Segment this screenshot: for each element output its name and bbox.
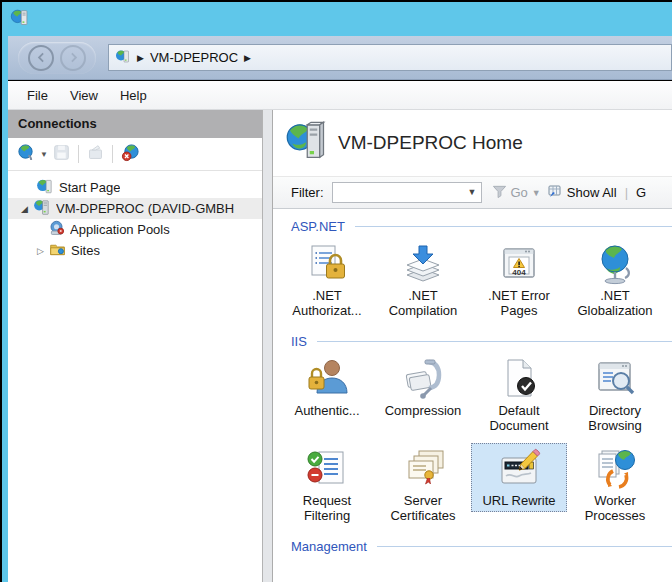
worker-processes-icon — [591, 446, 639, 492]
feature-authentication[interactable]: Authentic... — [279, 353, 375, 443]
filter-toolbar: Filter: ▼ Go ▼ Show All | — [273, 176, 672, 209]
connections-toolbar: ▼ — [8, 138, 262, 171]
workspace: Connections ▼ — [8, 110, 672, 582]
feature-label: Authentic... — [294, 403, 359, 418]
breadcrumb-root[interactable]: VM-DPEPROC — [150, 50, 238, 65]
filter-input[interactable]: ▼ — [332, 182, 482, 203]
feature-server-certificates[interactable]: Server Certificates — [375, 443, 471, 533]
feature-label: .NET Globalization — [568, 288, 662, 318]
feature-net-globalization[interactable]: .NET Globalization — [567, 238, 663, 328]
feature-worker-processes[interactable]: Worker Processes — [567, 443, 663, 533]
forward-button[interactable] — [60, 45, 86, 71]
feature-compression[interactable]: Compression — [375, 353, 471, 443]
tree-item-label[interactable]: Application Pools — [70, 222, 170, 237]
filter-funnel-icon[interactable] — [492, 184, 507, 202]
group-name: Management — [291, 539, 367, 554]
feature-label: Default Document — [472, 403, 566, 433]
feature-label: Compression — [385, 403, 462, 418]
net-compilation-icon — [399, 241, 447, 287]
error-code-badge: 404 — [495, 268, 543, 277]
menu-bar: File View Help — [8, 81, 672, 110]
tree-item-label[interactable]: Start Page — [59, 180, 120, 195]
net-authorization-icon — [303, 241, 351, 287]
connections-panel: Connections ▼ — [8, 110, 263, 582]
breadcrumb-arrow-icon: ▶ — [137, 53, 144, 63]
compression-icon — [399, 356, 447, 402]
home-panel: VM-DPEPROC Home Filter: ▼ Go ▼ — [272, 110, 672, 582]
sites-folder-icon — [49, 241, 66, 261]
disconnect-icon[interactable] — [121, 143, 140, 166]
group-by-label-partial: G — [636, 185, 646, 200]
group-rule — [377, 546, 672, 547]
tree-item-label[interactable]: Sites — [71, 243, 100, 258]
authentication-icon — [303, 356, 351, 402]
feature-url-rewrite[interactable]: URL Rewrite — [471, 443, 567, 533]
tree-item-application-pools[interactable]: Application Pools — [8, 219, 262, 240]
home-header: VM-DPEPROC Home — [273, 110, 672, 176]
feature-net-authorization[interactable]: .NET Authorizat... — [279, 238, 375, 328]
toolbar-separator: | — [625, 185, 628, 200]
iis-manager-icon — [10, 7, 30, 31]
feature-label: .NET Authorizat... — [280, 288, 374, 318]
feature-label: .NET Error Pages — [472, 288, 566, 318]
iis-manager-window: ▶ VM-DPEPROC ▶ File View Help Connection… — [0, 0, 672, 582]
collapsed-arrow-icon[interactable]: ▷ — [32, 246, 49, 256]
menu-help[interactable]: Help — [109, 84, 158, 107]
feature-directory-browsing[interactable]: Directory Browsing — [567, 353, 663, 443]
save-connections-icon[interactable] — [53, 144, 70, 165]
go-caret-icon[interactable]: ▼ — [532, 188, 541, 198]
toolbar-separator — [112, 145, 113, 163]
net-error-pages-icon: 404 — [495, 241, 543, 287]
menu-file[interactable]: File — [16, 84, 59, 107]
tree-item-sites[interactable]: ▷ Sites — [8, 240, 262, 261]
server-icon — [33, 198, 51, 219]
aspnet-tiles: .NET Authorizat... .NET Compilation — [279, 238, 672, 328]
url-rewrite-icon — [495, 446, 543, 492]
expanded-arrow-icon[interactable]: ◢ — [16, 204, 33, 214]
go-button[interactable]: Go — [511, 185, 528, 200]
feature-label: URL Rewrite — [482, 493, 555, 508]
tree-item-server[interactable]: ◢ VM-DPEPROC (DAVID-GMBH — [8, 198, 262, 219]
feature-label: Directory Browsing — [568, 403, 662, 433]
server-home-icon — [286, 121, 326, 165]
features-view: ASP.NET — [273, 209, 672, 554]
application-pools-icon — [48, 220, 65, 240]
tree-item-start-page[interactable]: Start Page — [8, 177, 262, 198]
default-document-icon — [495, 356, 543, 402]
feature-request-filtering[interactable]: Request Filtering — [279, 443, 375, 533]
breadcrumb[interactable]: ▶ VM-DPEPROC ▶ — [108, 44, 672, 71]
request-filtering-icon — [303, 446, 351, 492]
feature-net-compilation[interactable]: .NET Compilation — [375, 238, 471, 328]
connections-tree: Start Page ◢ — [8, 171, 262, 261]
feature-label: Server Certificates — [376, 493, 470, 523]
import-icon[interactable] — [87, 144, 104, 165]
address-bar-row: ▶ VM-DPEPROC ▶ — [8, 36, 672, 80]
show-all-button[interactable]: Show All — [567, 185, 617, 200]
group-rule — [355, 226, 672, 227]
connections-header: Connections — [8, 110, 262, 138]
feature-net-error-pages[interactable]: 404 .NET Error Pages — [471, 238, 567, 328]
breadcrumb-arrow-icon[interactable]: ▶ — [244, 53, 251, 63]
back-button[interactable] — [28, 45, 54, 71]
filter-label: Filter: — [291, 185, 324, 200]
server-certificates-icon — [399, 446, 447, 492]
group-header-iis: IIS — [291, 334, 672, 349]
iis-tiles: Authentic... — [279, 353, 672, 533]
group-name: ASP.NET — [291, 219, 345, 234]
menu-view[interactable]: View — [59, 84, 109, 107]
tree-item-label[interactable]: VM-DPEPROC (DAVID-GMBH — [56, 201, 234, 216]
feature-default-document[interactable]: Default Document — [471, 353, 567, 443]
combo-caret-icon[interactable]: ▼ — [468, 187, 477, 197]
net-globalization-icon — [591, 241, 639, 287]
directory-browsing-icon — [591, 356, 639, 402]
navigation-buttons — [18, 42, 96, 74]
iis-small-icon — [115, 48, 131, 68]
group-rule — [317, 341, 672, 342]
show-all-icon[interactable] — [547, 183, 563, 202]
group-header-aspnet: ASP.NET — [291, 219, 672, 234]
create-connection-caret-icon[interactable]: ▼ — [40, 150, 48, 159]
group-header-management: Management — [291, 539, 672, 554]
toolbar-separator — [78, 145, 79, 163]
feature-label: Worker Processes — [568, 493, 662, 523]
create-connection-icon[interactable] — [16, 143, 35, 166]
